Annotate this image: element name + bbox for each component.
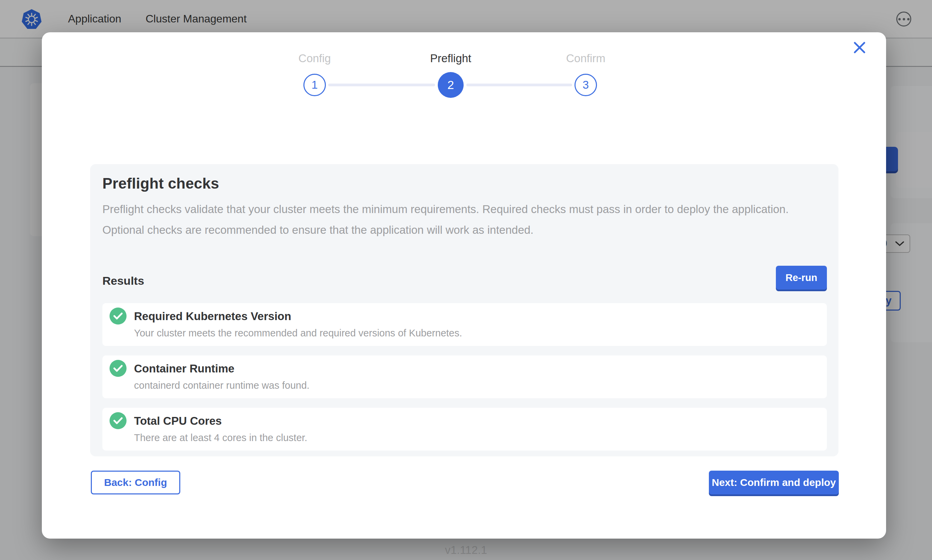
step-connector	[466, 84, 572, 86]
results-header-bar: Results Re-run	[102, 266, 827, 289]
preflight-description: Preflight checks validate that your clus…	[102, 199, 810, 240]
check-title: Total CPU Cores	[134, 415, 222, 428]
results-heading: Results	[102, 274, 144, 289]
check-pass-icon	[110, 412, 127, 429]
step-label-confirm: Confirm	[531, 52, 640, 65]
check-row-container-runtime: Container Runtime containerd container r…	[102, 355, 827, 398]
preflight-modal: Config Preflight Confirm 1 2 3 Preflight…	[42, 32, 886, 538]
back-config-button[interactable]: Back: Config	[91, 471, 180, 494]
step-circle-1: 1	[303, 74, 326, 96]
step-circle-3: 3	[574, 74, 597, 96]
next-confirm-deploy-button[interactable]: Next: Confirm and deploy	[709, 471, 839, 494]
check-row-total-cpu-cores: Total CPU Cores There are at least 4 cor…	[102, 408, 827, 451]
check-results-list: Required Kubernetes Version Your cluster…	[102, 303, 827, 451]
check-title: Container Runtime	[134, 362, 235, 375]
app-version-label: v1.112.1	[0, 544, 932, 557]
page-title: Preflight checks	[102, 175, 827, 192]
rerun-button[interactable]: Re-run	[776, 266, 827, 289]
check-row-kubernetes-version: Required Kubernetes Version Your cluster…	[102, 303, 827, 346]
preflight-results-card: Preflight checks Preflight checks valida…	[90, 164, 838, 456]
step-connector	[328, 84, 435, 86]
step-circle-2-active: 2	[438, 72, 464, 98]
close-icon[interactable]	[851, 39, 869, 57]
step-label-config: Config	[260, 52, 369, 65]
step-label-preflight: Preflight	[396, 52, 505, 65]
check-message: containerd container runtime was found.	[134, 380, 310, 391]
check-pass-icon	[110, 308, 127, 325]
check-message: Your cluster meets the recommended and r…	[134, 328, 462, 339]
check-message: There are at least 4 cores in the cluste…	[134, 432, 307, 443]
check-pass-icon	[110, 360, 127, 377]
check-title: Required Kubernetes Version	[134, 310, 291, 323]
